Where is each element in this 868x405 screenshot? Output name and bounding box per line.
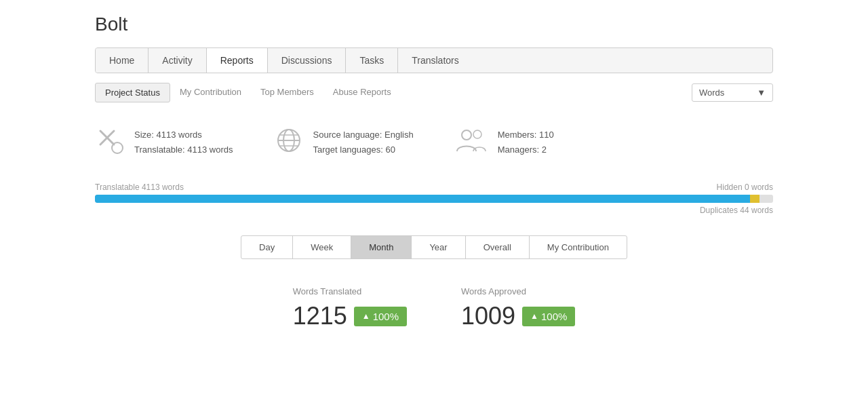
stat-size-line2: Translatable: 4113 words (134, 142, 233, 157)
tab-tasks[interactable]: Tasks (346, 48, 398, 73)
period-month[interactable]: Month (351, 235, 412, 259)
progress-bar-fill (95, 195, 760, 203)
sub-nav-abuse-reports[interactable]: Abuse Reports (323, 83, 401, 102)
svg-point-10 (473, 130, 481, 138)
sub-nav: Project Status My Contribution Top Membe… (95, 83, 773, 102)
word-stats-section: Words Translated 1215 ▲ 100% Words Appro… (95, 286, 773, 330)
period-week[interactable]: Week (292, 235, 351, 259)
translatable-label: Translatable 4113 words (95, 182, 184, 192)
stat-languages-text: Source language: English Target language… (313, 128, 414, 157)
period-my-contribution[interactable]: My Contribution (529, 235, 627, 259)
progress-labels: Translatable 4113 words Hidden 0 words (95, 182, 773, 192)
main-nav: Home Activity Reports Discussions Tasks … (95, 47, 773, 73)
stat-translated-number: 1215 (293, 302, 347, 330)
stat-translated-label: Words Translated (293, 286, 362, 296)
stat-approved-number: 1009 (461, 302, 515, 330)
svg-point-9 (462, 130, 471, 140)
stat-members-text: Members: 110 Managers: 2 (498, 128, 554, 157)
stat-members: Members: 110 Managers: 2 (454, 126, 554, 159)
tab-home[interactable]: Home (96, 48, 149, 73)
stat-approved-badge: ▲ 100% (522, 307, 575, 326)
progress-area: Translatable 4113 words Hidden 0 words D… (95, 182, 773, 215)
duplicates-label: Duplicates 44 words (95, 206, 773, 215)
tab-translators[interactable]: Translators (398, 48, 473, 73)
stat-languages-line1: Source language: English (313, 128, 414, 142)
period-day[interactable]: Day (241, 235, 293, 259)
stat-card-translated: Words Translated 1215 ▲ 100% (293, 286, 407, 330)
words-dropdown[interactable]: Words ▼ (692, 83, 773, 102)
badge-arrow-up-icon-2: ▲ (530, 311, 538, 321)
stat-size: Size: 4113 words Translatable: 4113 word… (95, 126, 233, 159)
stat-members-line2: Managers: 2 (498, 142, 554, 157)
period-year[interactable]: Year (411, 235, 465, 259)
words-dropdown-label: Words (699, 88, 724, 98)
wrench-icon (95, 126, 125, 159)
chevron-down-icon: ▼ (757, 88, 766, 98)
sub-nav-project-status[interactable]: Project Status (95, 83, 170, 102)
stat-approved-value-row: 1009 ▲ 100% (461, 302, 575, 330)
badge-arrow-up-icon: ▲ (362, 311, 370, 321)
stat-size-text: Size: 4113 words Translatable: 4113 word… (134, 128, 233, 157)
sub-nav-top-members[interactable]: Top Members (251, 83, 323, 102)
sub-nav-my-contribution[interactable]: My Contribution (170, 83, 251, 102)
tab-activity[interactable]: Activity (149, 48, 206, 73)
stat-translated-badge: ▲ 100% (354, 307, 407, 326)
app-title: Bolt (95, 14, 773, 35)
hidden-label: Hidden 0 words (717, 182, 773, 192)
stat-size-line1: Size: 4113 words (134, 128, 233, 142)
tab-reports[interactable]: Reports (207, 48, 268, 73)
stat-card-approved: Words Approved 1009 ▲ 100% (461, 286, 575, 330)
period-buttons: Day Week Month Year Overall My Contribut… (95, 235, 773, 259)
stat-translated-value-row: 1215 ▲ 100% (293, 302, 407, 330)
progress-bar-track (95, 195, 773, 203)
tab-discussions[interactable]: Discussions (268, 48, 347, 73)
stat-languages: Source language: English Target language… (274, 126, 414, 159)
people-icon (454, 126, 488, 159)
period-overall[interactable]: Overall (465, 235, 530, 259)
stat-languages-line2: Target languages: 60 (313, 142, 414, 157)
sub-nav-items: Project Status My Contribution Top Membe… (95, 83, 401, 102)
stat-approved-label: Words Approved (461, 286, 526, 296)
project-stats-row: Size: 4113 words Translatable: 4113 word… (95, 119, 773, 166)
progress-bar-marker (750, 195, 760, 203)
stat-approved-badge-label: 100% (541, 311, 567, 322)
globe-icon (274, 126, 304, 159)
stat-members-line1: Members: 110 (498, 128, 554, 142)
stat-translated-badge-label: 100% (373, 311, 399, 322)
